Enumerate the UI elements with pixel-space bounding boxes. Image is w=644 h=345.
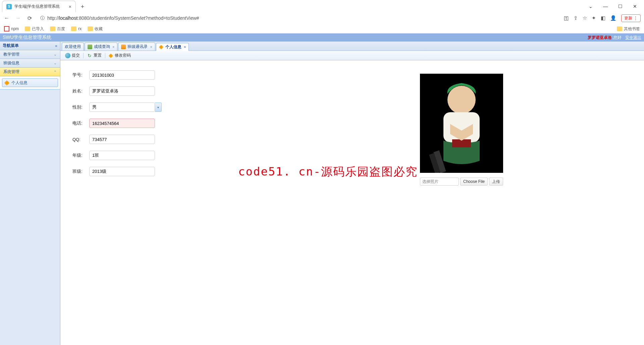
back-button[interactable]: ←	[3, 15, 10, 21]
label-gender: 性别:	[72, 104, 89, 110]
svg-point-1	[447, 86, 476, 114]
npm-icon	[4, 26, 9, 31]
close-tab-icon[interactable]: ×	[112, 45, 114, 49]
close-tab-icon[interactable]: ×	[184, 45, 186, 49]
minimize-icon[interactable]: —	[600, 4, 610, 9]
gender-select[interactable]	[89, 102, 155, 112]
maximize-icon[interactable]: ☐	[615, 4, 625, 9]
label-grade: 年级:	[72, 152, 89, 158]
folder-icon	[617, 26, 622, 31]
toolbar-icons: ⚿ ⇪ ☆ ✦ ◧ 👤 更新⋮	[564, 14, 641, 22]
profile-icon[interactable]: 👤	[610, 15, 616, 21]
photo-controls: Choose File 上传	[420, 178, 503, 186]
address-row: ← → ⟳ ⓘ http://localhost:8080/studentinf…	[0, 12, 644, 24]
close-tab-icon[interactable]: ×	[69, 4, 71, 9]
book-icon	[121, 45, 126, 49]
sidebar-subpanel: 个人信息	[0, 76, 60, 89]
photo-area: Choose File 上传	[420, 74, 503, 186]
label-class: 班级:	[72, 168, 89, 175]
separator	[83, 53, 84, 58]
tab-personal[interactable]: 个人信息 ×	[156, 43, 189, 51]
browser-tab[interactable]: S 学生端|学生信息管理系统 ×	[2, 1, 76, 12]
change-password-button[interactable]: 修改密码	[107, 52, 133, 59]
current-user: 罗罗诺亚卓洛	[588, 35, 612, 41]
logout-link[interactable]: 安全退出	[625, 35, 641, 41]
watermark-text: code51. cn-源码乐园盗图必究	[238, 164, 418, 180]
photo-path-input[interactable]	[420, 178, 459, 186]
label-qq: QQ:	[72, 137, 89, 142]
database-icon	[88, 45, 92, 49]
browser-tab-title: 学生端|学生信息管理系统	[14, 4, 60, 9]
nav-title: 导航菜单 «	[0, 42, 60, 50]
tab-welcome[interactable]: 欢迎使用	[62, 43, 84, 51]
main-panel: 欢迎使用 成绩查询 × 班级通讯录 × 个人信息 × 提交	[60, 42, 644, 345]
new-tab-button[interactable]: +	[78, 2, 87, 11]
sidebar-sub-personal[interactable]: 个人信息	[2, 78, 58, 87]
app-header: SWU学生信息管理系统 罗罗诺亚卓洛 ,您好 安全退出	[0, 33, 644, 42]
sidebar-item-teaching[interactable]: 教学管理 ⌄	[0, 50, 60, 59]
sidebar-item-class[interactable]: 班级信息 ⌄	[0, 59, 60, 68]
bookmark-imported[interactable]: 已导入	[25, 26, 44, 32]
url-text: http://localhost:8080/studentinfo/System…	[47, 15, 199, 21]
tab-class-contacts[interactable]: 班级通讯录 ×	[118, 43, 155, 51]
upload-button[interactable]: 上传	[489, 178, 503, 186]
puzzle-icon	[109, 53, 113, 58]
extensions-icon[interactable]: ✦	[592, 15, 596, 21]
bookmarks-bar: npm 已导入 百度 rx 收藏 其他书签	[0, 24, 644, 33]
update-button[interactable]: 更新⋮	[621, 14, 641, 22]
chevron-up-icon: ⌄	[54, 70, 57, 74]
phone-input[interactable]	[89, 119, 155, 128]
collapse-sidebar-icon[interactable]: «	[55, 44, 57, 48]
browser-chrome: S 学生端|学生信息管理系统 × + ⌄ — ☐ ✕ ← → ⟳ ⓘ http:…	[0, 0, 644, 33]
chevron-down-icon: ⌄	[54, 52, 57, 57]
reload-button[interactable]: ⟳	[26, 15, 33, 21]
tab-score[interactable]: 成绩查询 ×	[85, 43, 117, 51]
bookmark-npm[interactable]: npm	[4, 26, 19, 31]
star-icon[interactable]: ☆	[583, 15, 587, 21]
folder-icon	[88, 26, 93, 31]
puzzle-icon	[4, 80, 10, 85]
user-icon	[65, 53, 70, 58]
separator	[105, 53, 105, 58]
puzzle-icon	[159, 45, 164, 49]
panel-icon[interactable]: ◧	[601, 15, 605, 21]
share-icon[interactable]: ⇪	[574, 15, 578, 21]
folder-icon	[71, 26, 76, 31]
info-icon[interactable]: ⓘ	[40, 15, 45, 21]
grade-input[interactable]	[89, 151, 155, 160]
address-bar[interactable]: ⓘ http://localhost:8080/studentinfo/Syst…	[38, 13, 559, 23]
class-input[interactable]	[89, 167, 155, 176]
bookmark-rx[interactable]: rx	[71, 26, 82, 31]
submit-button[interactable]: 提交	[63, 52, 82, 59]
label-phone: 电话:	[72, 120, 89, 126]
other-bookmarks[interactable]: 其他书签	[617, 26, 640, 32]
app-title: SWU学生信息管理系统	[3, 34, 51, 41]
avatar-image	[420, 74, 503, 173]
chevron-down-icon: ⌄	[54, 61, 57, 65]
key-icon[interactable]: ⚿	[564, 15, 569, 21]
folder-icon	[50, 26, 55, 31]
label-name: 姓名:	[72, 88, 89, 94]
qq-input[interactable]	[89, 135, 155, 144]
reset-button[interactable]: ↻ 重置	[85, 52, 104, 59]
chevron-down-icon[interactable]: ⌄	[586, 4, 596, 9]
sidebar: 导航菜单 « 教学管理 ⌄ 班级信息 ⌄ 系统管理 ⌄ 个人信息	[0, 42, 60, 345]
choose-file-button[interactable]: Choose File	[460, 178, 488, 186]
favicon-icon: S	[6, 4, 12, 9]
greeting: ,您好	[612, 35, 622, 41]
form-area: 学号: 姓名: 性别: ▾ 电话: QQ:	[60, 60, 644, 193]
close-window-icon[interactable]: ✕	[630, 4, 640, 9]
dropdown-icon[interactable]: ▾	[155, 102, 162, 112]
name-input[interactable]	[89, 86, 155, 96]
forward-button[interactable]: →	[15, 15, 21, 21]
label-sid: 学号:	[72, 72, 89, 78]
reset-icon: ↻	[87, 53, 92, 58]
sidebar-item-system[interactable]: 系统管理 ⌄	[0, 68, 60, 76]
content-toolbar: 提交 ↻ 重置 修改密码	[60, 51, 644, 60]
close-tab-icon[interactable]: ×	[150, 45, 152, 49]
student-id-input[interactable]	[89, 70, 155, 80]
bookmark-baidu[interactable]: 百度	[50, 26, 65, 32]
browser-tab-strip: S 学生端|学生信息管理系统 × + ⌄ — ☐ ✕	[0, 0, 644, 12]
window-controls: ⌄ — ☐ ✕	[586, 1, 644, 12]
bookmark-fav[interactable]: 收藏	[88, 26, 103, 32]
